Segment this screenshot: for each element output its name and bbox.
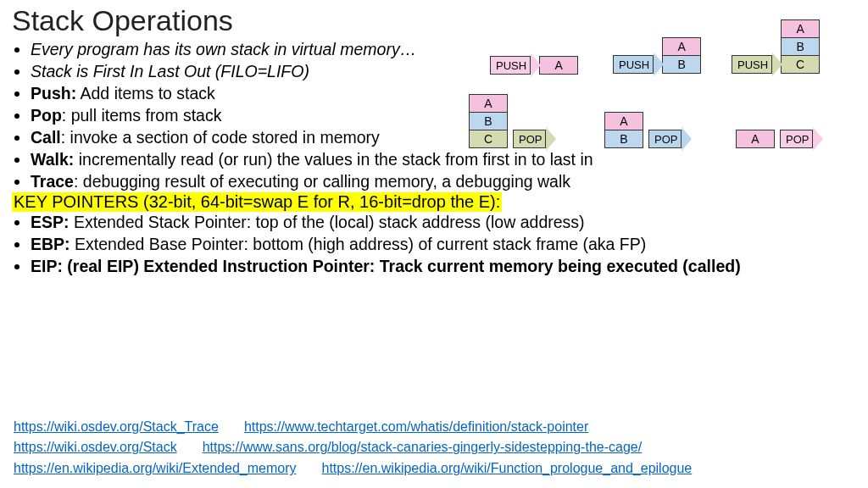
text: Extended Base Pointer:	[70, 235, 253, 253]
text: Every program has its own stack in virtu…	[31, 40, 416, 58]
term: Push:	[31, 84, 76, 103]
stack-cell: C	[781, 55, 820, 74]
link-techtarget-stack-pointer[interactable]: https://www.techtarget.com/whatis/defini…	[244, 417, 588, 438]
pop-c-diagram: A B C POP	[469, 94, 546, 148]
text: Extended Stack Pointer:	[70, 213, 256, 231]
text: Add items to stack	[76, 84, 215, 103]
text: : invoke a section of code stored in mem…	[61, 128, 380, 147]
stack-diagram-area: PUSH A PUSH A B PUSH A B C A B C POP A B	[490, 22, 863, 149]
text: top of the (local) stack address (low ad…	[256, 213, 585, 231]
term: Trace	[31, 172, 74, 191]
list-item: Walk: incrementally read (or run) the va…	[31, 149, 868, 171]
stack-box: A B	[662, 37, 701, 74]
link-wiki-function-prologue[interactable]: https://en.wikipedia.org/wiki/Function_p…	[322, 458, 693, 480]
term: EIP: (real EIP)	[31, 257, 143, 275]
list-item: EBP: Extended Base Pointer: bottom (high…	[31, 234, 868, 256]
stack-box: A B	[604, 112, 643, 148]
stack-cell: B	[604, 130, 643, 148]
text: : debugging result of executing or calli…	[74, 172, 570, 191]
stack-box: A	[539, 56, 578, 75]
push-c-diagram: PUSH A B C	[732, 19, 820, 74]
stack-cell: B	[469, 112, 508, 130]
stack-cell: B	[781, 37, 820, 56]
text: Extended Instruction Pointer: Track curr…	[143, 257, 740, 275]
stack-cell: A	[539, 56, 578, 75]
list-item: Trace: debugging result of executing or …	[31, 171, 868, 193]
push-b-diagram: PUSH A B	[613, 37, 701, 74]
list-item: EIP: (real EIP) Extended Instruction Poi…	[31, 256, 868, 278]
text: : pull items from stack	[62, 106, 222, 125]
stack-cell: A	[469, 94, 508, 113]
term: Walk:	[31, 150, 74, 169]
term: Call	[31, 128, 61, 147]
pop-a-diagram: A POP	[736, 130, 813, 148]
reference-links: https://wiki.osdev.org/Stack_Trace https…	[14, 417, 854, 480]
text: bottom (high address) of current stack f…	[253, 235, 646, 253]
push-arrow-icon: PUSH	[613, 55, 654, 74]
term: ESP:	[31, 213, 70, 231]
pop-arrow-icon: POP	[513, 130, 546, 148]
stack-cell: A	[662, 37, 701, 56]
list-item: ESP: Extended Stack Pointer: top of the …	[31, 212, 868, 234]
text: Stack is First In Last Out (FILO=LIFO)	[31, 62, 309, 80]
push-arrow-icon: PUSH	[490, 56, 531, 75]
stack-box: A B C	[781, 19, 820, 74]
stack-cell: C	[469, 130, 508, 148]
text: incrementally read (or run) the values i…	[74, 150, 593, 169]
stack-cell: B	[662, 55, 701, 74]
push-a-diagram: PUSH A	[490, 56, 578, 75]
key-pointers-heading: KEY POINTERS (32-bit, 64-bit=swap E for …	[12, 192, 502, 212]
stack-cell: A	[604, 112, 643, 130]
pop-arrow-icon: POP	[648, 130, 682, 148]
pointers-list: ESP: Extended Stack Pointer: top of the …	[0, 212, 868, 278]
link-osdev-stack[interactable]: https://wiki.osdev.org/Stack	[14, 437, 177, 458]
link-osdev-stack-trace[interactable]: https://wiki.osdev.org/Stack_Trace	[14, 417, 219, 438]
stack-cell: A	[781, 19, 820, 38]
link-sans-stack-canaries[interactable]: https://www.sans.org/blog/stack-canaries…	[203, 437, 642, 458]
pop-b-diagram: A B POP	[604, 112, 682, 148]
pop-arrow-icon: POP	[780, 130, 813, 148]
term: EBP:	[31, 235, 70, 253]
link-wiki-extended-memory[interactable]: https://en.wikipedia.org/wiki/Extended_m…	[14, 458, 297, 480]
stack-box: A B C	[469, 94, 508, 148]
push-arrow-icon: PUSH	[732, 55, 772, 74]
stack-cell: A	[736, 130, 775, 148]
term: Pop	[31, 106, 62, 125]
stack-box: A	[736, 130, 775, 148]
